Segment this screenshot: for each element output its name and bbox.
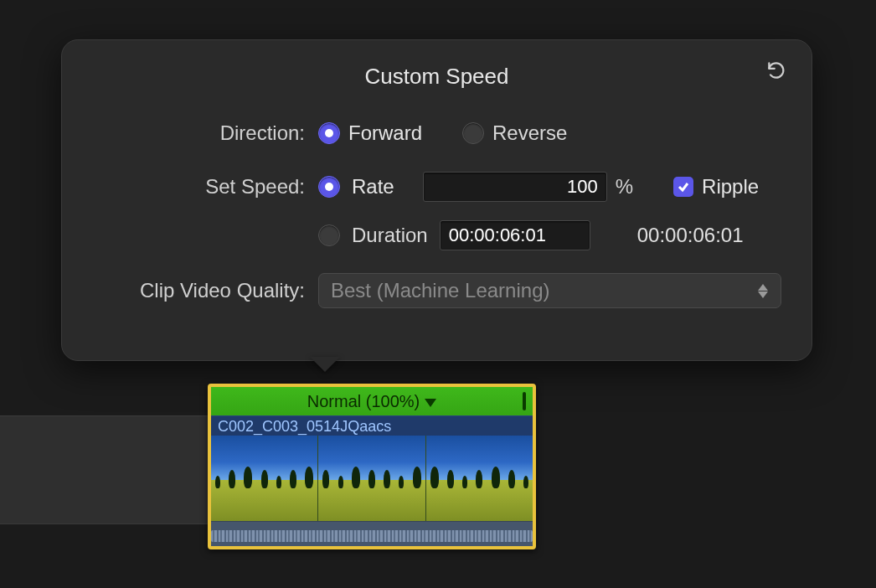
direction-reverse-label: Reverse: [492, 121, 567, 145]
radio-dot-icon: [318, 224, 340, 246]
clip-thumbnail: [211, 436, 318, 521]
ripple-checkbox[interactable]: Ripple: [673, 175, 759, 199]
clip-quality-value: Best (Machine Learning): [331, 279, 549, 302]
popover-title: Custom Speed: [92, 64, 781, 90]
popover-pointer-icon: [310, 357, 340, 372]
radio-dot-icon: [318, 122, 340, 144]
clip-speed-bar[interactable]: Normal (100%): [211, 387, 533, 415]
rate-unit: %: [616, 175, 633, 199]
clip-name: C002_C003_0514JQaacs: [211, 415, 533, 436]
clip-thumbnail: [426, 436, 533, 521]
svg-marker-2: [425, 399, 436, 407]
ripple-label: Ripple: [702, 175, 759, 199]
direction-forward-radio[interactable]: Forward: [318, 121, 422, 145]
checkmark-icon: [673, 177, 693, 197]
set-speed-duration-radio[interactable]: Duration: [318, 224, 428, 247]
clip-quality-select[interactable]: Best (Machine Learning): [318, 273, 781, 308]
svg-marker-1: [758, 291, 768, 298]
rate-input[interactable]: [423, 172, 607, 202]
set-speed-rate-label: Rate: [352, 175, 394, 199]
custom-speed-popover: Custom Speed Direction: Forward Reverse: [61, 39, 812, 361]
set-speed-section: Set Speed: Rate %: [92, 168, 781, 250]
direction-reverse-radio[interactable]: Reverse: [462, 121, 567, 145]
direction-row: Direction: Forward Reverse: [92, 115, 781, 152]
chevron-updown-icon: [754, 274, 772, 307]
chevron-down-icon: [425, 392, 436, 411]
clip-audio-waveform: [211, 521, 533, 549]
direction-label: Direction:: [92, 121, 318, 145]
set-speed-duration-label: Duration: [352, 224, 428, 247]
timeline-track-empty[interactable]: [0, 415, 209, 524]
reset-button[interactable]: [763, 59, 790, 85]
timeline-clip[interactable]: Normal (100%) C002_C003_0514JQaacs: [208, 384, 536, 549]
duration-input[interactable]: [440, 220, 590, 250]
undo-icon: [765, 59, 787, 85]
clip-quality-label: Clip Video Quality:: [92, 279, 318, 302]
radio-dot-icon: [462, 122, 484, 144]
clip-thumbnail: [318, 436, 425, 521]
set-speed-rate-radio[interactable]: Rate: [318, 175, 394, 199]
direction-forward-label: Forward: [348, 121, 422, 145]
svg-marker-0: [758, 284, 768, 291]
clip-speed-handle[interactable]: [523, 392, 526, 410]
clip-speed-label: Normal (100%): [307, 392, 420, 411]
set-speed-label: Set Speed:: [92, 175, 318, 199]
radio-dot-icon: [318, 176, 340, 198]
duration-display: 00:00:06:01: [637, 224, 744, 247]
clip-thumbnails: [211, 436, 533, 521]
